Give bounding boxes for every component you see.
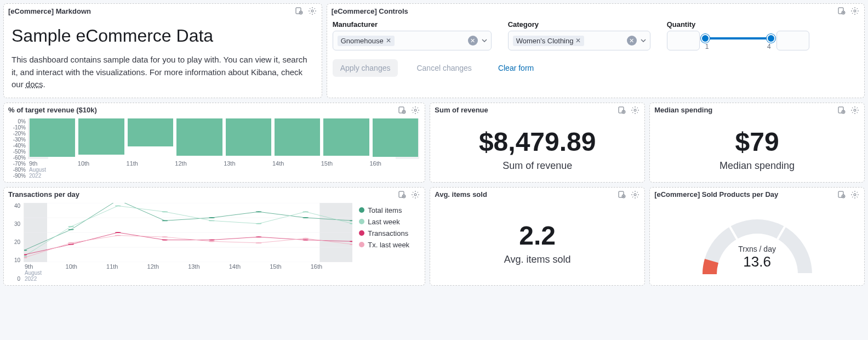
slider-max-label: 4 — [767, 43, 771, 50]
legend-item[interactable]: Tx. last week — [359, 241, 418, 249]
filter-icon[interactable] — [837, 190, 847, 200]
chip-remove-icon[interactable]: ✕ — [575, 37, 581, 44]
metric-value: $79 — [735, 127, 779, 157]
filter-icon[interactable] — [837, 105, 847, 115]
svg-point-46 — [256, 236, 262, 237]
svg-point-28 — [162, 220, 168, 221]
cancel-changes-button[interactable]: Cancel changes — [409, 59, 479, 77]
chevron-down-icon[interactable] — [640, 37, 647, 44]
clear-icon[interactable]: ✕ — [468, 36, 478, 46]
gauge-value: 13.6 — [738, 253, 776, 270]
panel-title: Avg. items sold — [435, 190, 487, 199]
svg-point-44 — [162, 239, 168, 240]
gear-icon[interactable] — [307, 6, 317, 16]
metric-label: Avg. items sold — [504, 254, 571, 265]
svg-point-5 — [854, 10, 856, 12]
panel-title: [eCommerce] Markdown — [8, 7, 91, 15]
svg-point-47 — [302, 239, 309, 240]
svg-point-62 — [854, 194, 856, 196]
control-quantity: Quantity 1 4 — [667, 20, 809, 50]
svg-point-52 — [162, 236, 168, 237]
gear-icon[interactable] — [630, 190, 640, 200]
gauge-chart: Trxns / day 13.6 — [650, 201, 864, 285]
filter-icon[interactable] — [837, 6, 847, 16]
manufacturer-combobox[interactable]: Gnomehouse ✕ ✕ — [333, 31, 492, 50]
svg-point-14 — [854, 109, 856, 111]
panel-median-spending: Median spending $79 Median spending — [649, 103, 865, 183]
quantity-max-input[interactable] — [776, 31, 809, 50]
panel-sold-per-day: [eCommerce] Sold Products per Day Trxns … — [649, 187, 865, 286]
svg-point-26 — [68, 229, 74, 230]
gear-icon[interactable] — [850, 105, 860, 115]
svg-point-17 — [414, 194, 416, 196]
svg-point-55 — [302, 237, 309, 239]
legend-item[interactable]: Last week — [359, 218, 418, 226]
gear-icon[interactable] — [850, 6, 860, 16]
panel-title: Transactions per day — [8, 190, 79, 199]
panel-markdown: [eCommerce] Markdown Sample eCommerce Da… — [3, 3, 322, 98]
filter-icon[interactable] — [617, 190, 627, 200]
clear-form-button[interactable]: Clear form — [490, 59, 541, 77]
chevron-down-icon[interactable] — [481, 37, 488, 44]
metric-label: Sum of revenue — [502, 160, 572, 172]
target-revenue-chart: 0%-10%-20%-30%-40%-50%-60%-70%-80%-90% 9… — [7, 118, 419, 179]
filter-icon[interactable] — [397, 105, 407, 115]
panel-transactions: Transactions per day 403020100 9thAugust… — [3, 187, 425, 286]
svg-point-38 — [256, 223, 262, 224]
svg-point-42 — [68, 243, 74, 245]
gauge-label: Trxns / day — [738, 245, 776, 253]
panel-title: Median spending — [654, 106, 712, 114]
quantity-min-input[interactable] — [667, 31, 700, 50]
category-combobox[interactable]: Women's Clothing ✕ ✕ — [508, 31, 650, 50]
control-category: Category Women's Clothing ✕ ✕ — [508, 20, 650, 50]
filter-icon[interactable] — [294, 6, 304, 16]
panel-title: % of target revenue ($10k) — [8, 106, 97, 114]
markdown-body: This dashboard contains sample data for … — [12, 54, 314, 91]
panel-avg-items: Avg. items sold 2.2 Avg. items sold — [430, 187, 645, 286]
svg-point-54 — [256, 242, 262, 243]
panel-title: Sum of revenue — [435, 106, 488, 114]
control-label: Quantity — [667, 20, 809, 29]
control-label: Category — [508, 20, 650, 29]
quantity-slider[interactable]: 1 4 — [705, 31, 771, 50]
panel-title: [eCommerce] Sold Products per Day — [654, 190, 778, 199]
svg-point-37 — [209, 220, 215, 221]
panel-controls: [eCommerce] Controls Manufacturer Gnomeh… — [327, 3, 865, 98]
slider-thumb-min[interactable] — [701, 34, 710, 43]
markdown-heading: Sample eCommerce Data — [12, 26, 314, 46]
filter-icon[interactable] — [617, 105, 627, 115]
legend-item[interactable]: Total items — [359, 206, 418, 214]
svg-point-53 — [209, 241, 215, 242]
docs-link[interactable]: docs — [26, 80, 43, 89]
chart-legend: Total itemsLast weekTransactionsTx. last… — [356, 203, 421, 282]
clear-icon[interactable]: ✕ — [627, 36, 637, 46]
svg-point-35 — [115, 205, 121, 206]
gear-icon[interactable] — [410, 190, 420, 200]
legend-item[interactable]: Transactions — [359, 229, 418, 237]
svg-point-45 — [209, 239, 215, 240]
svg-point-34 — [68, 226, 74, 227]
gear-icon[interactable] — [630, 105, 640, 115]
transactions-chart: 403020100 9thAugust202210th11th12th13th1… — [7, 203, 421, 282]
chip-category[interactable]: Women's Clothing ✕ — [513, 36, 585, 46]
gear-icon[interactable] — [850, 190, 860, 200]
metric-label: Median spending — [719, 160, 795, 172]
apply-changes-button[interactable]: Apply changes — [333, 59, 398, 77]
metric-value: $8,479.89 — [479, 127, 596, 157]
svg-point-39 — [302, 211, 309, 212]
svg-point-43 — [115, 232, 121, 233]
metric-value: 2.2 — [519, 220, 556, 251]
chip-remove-icon[interactable]: ✕ — [386, 37, 391, 44]
chip-manufacturer[interactable]: Gnomehouse ✕ — [338, 36, 395, 46]
svg-point-51 — [115, 235, 121, 236]
svg-point-2 — [311, 10, 313, 12]
control-label: Manufacturer — [333, 20, 492, 29]
svg-point-31 — [302, 217, 309, 218]
filter-icon[interactable] — [397, 190, 407, 200]
slider-thumb-max[interactable] — [767, 34, 775, 43]
svg-point-8 — [414, 109, 416, 111]
control-manufacturer: Manufacturer Gnomehouse ✕ ✕ — [333, 20, 492, 50]
svg-point-59 — [634, 194, 636, 196]
gear-icon[interactable] — [410, 105, 420, 115]
svg-point-36 — [162, 211, 168, 212]
